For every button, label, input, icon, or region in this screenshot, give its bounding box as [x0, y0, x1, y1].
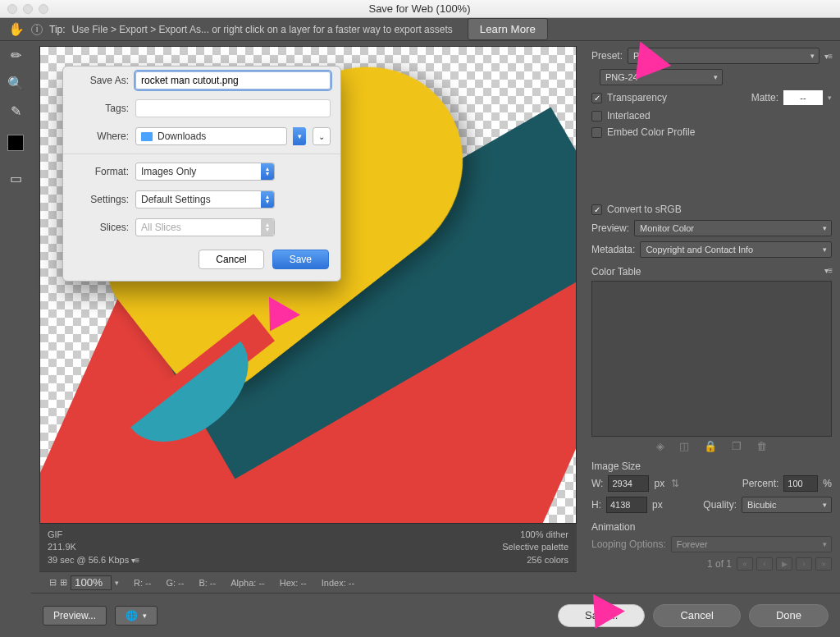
- metadata-label: Metadata:: [591, 244, 635, 255]
- readout-alpha: Alpha: --: [231, 578, 265, 588]
- cancel-button[interactable]: Cancel: [653, 604, 740, 627]
- embed-profile-checkbox[interactable]: [591, 127, 602, 138]
- percent-unit: %: [823, 478, 832, 489]
- tip-text: Use File > Export > Export As... or righ…: [72, 24, 453, 35]
- globe-icon: 🌐: [126, 610, 138, 621]
- preview-label: Preview:: [591, 222, 629, 234]
- trash-icon[interactable]: 🗑: [756, 440, 767, 452]
- zoom-dd-icon[interactable]: ▾: [115, 579, 119, 587]
- metadata-select[interactable]: Copyright and Contact Info: [640, 241, 832, 258]
- colortable-header: Color Table: [591, 266, 641, 277]
- looping-select: Forever: [671, 536, 832, 552]
- zoom-dec-icon[interactable]: ⊟: [49, 577, 57, 588]
- height-label: H:: [591, 499, 601, 511]
- folder-icon: [141, 132, 153, 141]
- learn-more-button[interactable]: Learn More: [468, 18, 548, 40]
- foreground-swatch[interactable]: [7, 135, 24, 151]
- anim-last-icon: »: [815, 557, 832, 571]
- slice-visibility-icon[interactable]: ▭: [7, 169, 25, 187]
- frame-indicator: 1 of 1: [707, 558, 732, 570]
- saveas-field[interactable]: [135, 71, 331, 89]
- percent-field[interactable]: [783, 475, 818, 492]
- animation-header: Animation: [591, 521, 832, 533]
- readout-b: B: --: [199, 578, 216, 588]
- width-unit: px: [654, 478, 664, 489]
- link-icon[interactable]: ⇅: [671, 478, 679, 489]
- tip-label: Tip:: [49, 24, 66, 35]
- color-table[interactable]: [591, 281, 832, 437]
- sheet-cancel-button[interactable]: Cancel: [199, 250, 263, 269]
- zoom-field[interactable]: [71, 575, 112, 590]
- matte-label: Matte:: [751, 92, 778, 103]
- zoom-inc-icon[interactable]: ⊞: [60, 577, 67, 588]
- preview-button[interactable]: Preview...: [43, 606, 107, 626]
- close-window-icon[interactable]: [7, 4, 17, 14]
- format-label-sheet: Format:: [73, 166, 129, 177]
- readout-bar: ⊟ ⊞ ▾ R: -- G: -- B: -- Alpha: -- Hex: -…: [39, 571, 577, 593]
- matte-select[interactable]: --: [783, 90, 823, 105]
- height-unit: px: [652, 499, 663, 511]
- where-value: Downloads: [158, 131, 206, 142]
- interlaced-checkbox[interactable]: [591, 111, 602, 121]
- quality-label: Quality:: [703, 499, 737, 511]
- imginfo-dither: 100% dither: [502, 529, 568, 541]
- window-title: Save for Web (100%): [48, 2, 791, 15]
- tags-field[interactable]: [135, 99, 331, 117]
- ct-icon-2[interactable]: ◫: [679, 440, 689, 452]
- imginfo-format: GIF: [48, 529, 139, 541]
- anim-next-icon: ›: [796, 557, 812, 571]
- saveas-label: Save As:: [73, 75, 129, 86]
- sheet-save-button[interactable]: Save: [272, 250, 329, 269]
- bottom-bar: Preview... 🌐▾ Save... Cancel Done: [31, 593, 840, 637]
- eyedropper-tool-icon[interactable]: ✎: [7, 102, 25, 120]
- imginfo-palette: Selective palette: [502, 541, 568, 553]
- expand-sheet-button[interactable]: ⌄: [313, 127, 331, 145]
- zoom-window-icon[interactable]: [39, 4, 48, 14]
- readout-hex: Hex: --: [280, 578, 307, 588]
- lock-icon[interactable]: 🔒: [704, 440, 717, 452]
- colortable-menu-icon[interactable]: ▾≡: [824, 266, 832, 275]
- width-field[interactable]: [608, 475, 649, 492]
- where-select[interactable]: Downloads: [135, 127, 287, 145]
- readout-index: Index: --: [322, 578, 354, 588]
- embed-profile-label: Embed Color Profile: [607, 126, 695, 138]
- tip-bar: ✋ i Tip: Use File > Export > Export As..…: [0, 18, 840, 41]
- transparency-checkbox[interactable]: [591, 93, 602, 103]
- slice-tool-icon[interactable]: ✏: [7, 46, 25, 64]
- preset-label: Preset:: [591, 50, 623, 62]
- height-field[interactable]: [606, 497, 647, 513]
- imagesize-header: Image Size: [591, 461, 832, 472]
- readout-r: R: --: [134, 578, 151, 588]
- settings-select-sheet[interactable]: Default Settings▴▾: [135, 190, 275, 209]
- anim-prev-icon: ‹: [756, 557, 773, 571]
- convert-srgb-checkbox[interactable]: [591, 204, 602, 215]
- ct-new-icon[interactable]: ❐: [732, 440, 742, 452]
- settings-panel: Preset: PNG ▾≡ PNG-24 Transparency Matte…: [582, 41, 840, 593]
- matte-dd-icon[interactable]: ▾: [828, 94, 832, 102]
- settings-label-sheet: Settings:: [73, 194, 129, 205]
- zoom-tool-icon[interactable]: 🔍: [7, 74, 25, 92]
- slices-select-sheet: All Slices▴▾: [135, 218, 275, 236]
- hand-icon: ✋: [8, 21, 25, 37]
- imginfo-menu-icon[interactable]: ▾≡: [131, 556, 139, 565]
- slices-label-sheet: Slices:: [73, 222, 129, 233]
- where-dd-icon[interactable]: ▾: [293, 127, 306, 145]
- save-sheet: Save As: Tags: Where: Downloads ▾ ⌄ Form…: [62, 66, 341, 282]
- tags-label: Tags:: [73, 103, 129, 114]
- done-button[interactable]: Done: [749, 604, 829, 627]
- transparency-label: Transparency: [607, 92, 667, 103]
- percent-label: Percent:: [742, 478, 779, 489]
- format-select-sheet[interactable]: Images Only▴▾: [135, 163, 275, 181]
- preview-select[interactable]: Monitor Color: [634, 220, 832, 236]
- quality-select[interactable]: Bicubic: [742, 497, 832, 513]
- width-label: W:: [591, 478, 603, 489]
- image-info-strip: GIF 211.9K 39 sec @ 56.6 Kbps ▾≡ 100% di…: [39, 524, 577, 571]
- anim-first-icon: «: [737, 557, 753, 571]
- imginfo-time: 39 sec @ 56.6 Kbps: [48, 555, 129, 565]
- minimize-window-icon[interactable]: [23, 4, 33, 14]
- looping-label: Looping Options:: [591, 538, 666, 550]
- anim-play-icon: ▶: [776, 557, 792, 571]
- browser-preview-button[interactable]: 🌐▾: [115, 606, 158, 626]
- ct-icon-1[interactable]: ◈: [656, 440, 664, 452]
- preset-menu-icon[interactable]: ▾≡: [824, 52, 832, 61]
